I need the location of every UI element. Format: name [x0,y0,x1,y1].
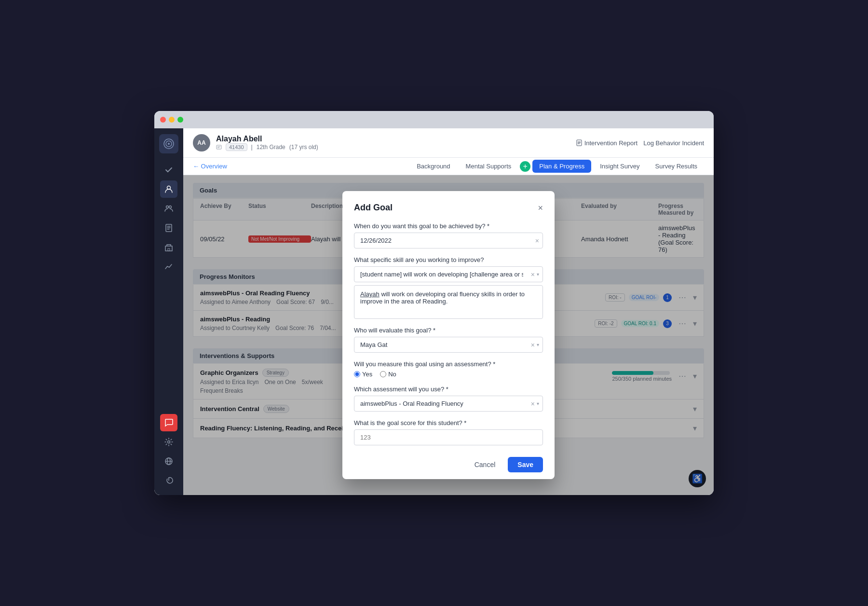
close-button[interactable] [160,117,166,123]
subnav: ← Overview Background Mental Supports + … [183,158,714,175]
goal-score-input[interactable] [354,429,543,445]
add-supports-button[interactable]: + [520,161,530,172]
assessment-form-group: Will you measure this goal using an asse… [354,360,543,378]
save-button[interactable]: Save [508,457,543,472]
assessment-no-radio[interactable] [380,371,386,377]
skill-label: What specific skill are you working to i… [354,256,543,263]
date-input-wrapper: × [354,233,543,248]
svg-point-2 [168,143,170,145]
skill-text-preview: Alayah will work on developing oral flue… [354,285,543,319]
which-assessment-clear-button[interactable]: × [531,400,535,408]
student-grade: | [251,144,253,151]
log-behavior-button[interactable]: Log Behavior Incident [643,139,704,147]
sidebar-item-building[interactable] [160,238,177,256]
svg-point-12 [168,441,170,443]
assessment-yes-label[interactable]: Yes [354,371,372,378]
content-area: Goals Achieve By Status Description Eval… [183,175,714,495]
sidebar-item-document[interactable] [160,219,177,236]
sidebar-item-settings[interactable] [160,433,177,451]
student-grade-text: 12th Grade [257,144,285,151]
svg-point-4 [166,206,169,208]
id-icon [216,144,222,150]
skill-form-group: What specific skill are you working to i… [354,256,543,319]
tab-mental-supports[interactable]: Mental Supports [459,160,518,173]
svg-rect-16 [217,145,221,149]
evaluator-form-group: Who will evaluate this goal? * Maya Gat … [354,327,543,353]
sidebar-item-student[interactable] [160,180,177,198]
header: AA Alayah Abell 41430 | 12th Grade [183,128,714,158]
sidebar-item-power[interactable] [160,472,177,489]
skill-select[interactable]: [student name] will work on developing [… [354,266,543,282]
date-input[interactable] [354,233,543,248]
maximize-button[interactable] [177,117,183,123]
assessment-radio-group: Yes No [354,371,543,378]
sidebar-item-check[interactable] [160,161,177,179]
tab-plan-progress[interactable]: Plan & Progress [532,160,591,173]
evaluator-clear-button[interactable]: × [531,341,535,349]
modal-title: Add Goal [354,203,393,213]
date-form-group: When do you want this goal to be achieve… [354,222,543,248]
which-assessment-select-wrapper: aimswebPlus - Oral Reading Fluency × ▾ [354,396,543,412]
skill-text-student-name: Alayah [360,290,380,298]
sidebar-item-globe[interactable] [160,453,177,470]
assessment-no-text: No [388,371,396,378]
tab-background[interactable]: Background [410,160,457,173]
intervention-report-button[interactable]: Intervention Report [576,139,638,147]
student-meta: 41430 | 12th Grade (17 yrs old) [216,143,318,151]
sidebar-logo [159,134,178,153]
skill-clear-button[interactable]: × [531,271,535,278]
modal-close-button[interactable]: × [538,204,543,212]
sidebar-item-chat[interactable] [160,414,177,431]
avatar: AA [193,134,210,152]
main-area: AA Alayah Abell 41430 | 12th Grade [183,128,714,495]
date-label: When do you want this goal to be achieve… [354,222,543,230]
assessment-yes-radio[interactable] [354,371,360,377]
title-bar [154,111,714,128]
student-details: Alayah Abell 41430 | 12th Grade (17 yrs … [216,135,318,151]
breadcrumb: ← Overview [193,158,227,175]
tab-nav: Background Mental Supports + Plan & Prog… [410,160,704,173]
skill-select-wrapper: [student name] will work on developing [… [354,266,543,282]
add-goal-modal: Add Goal × When do you want this goal to… [342,191,555,479]
student-name: Alayah Abell [216,135,318,143]
assessment-no-label[interactable]: No [380,371,396,378]
screen-frame: AA Alayah Abell 41430 | 12th Grade [154,111,714,495]
tab-survey-results[interactable]: Survey Results [649,160,704,173]
evaluator-label: Who will evaluate this goal? * [354,327,543,334]
evaluator-select-wrapper: Maya Gat × ▾ [354,337,543,353]
which-assessment-label: Which assessment will you use? * [354,386,543,393]
sidebar [154,128,183,495]
date-clear-button[interactable]: × [535,237,539,245]
modal-header: Add Goal × [354,203,543,213]
overview-link[interactable]: ← Overview [193,163,227,170]
student-id: 41430 [226,143,247,151]
modal-footer: Cancel Save [354,457,543,472]
student-age: (17 yrs old) [289,144,318,151]
modal-overlay: Add Goal × When do you want this goal to… [183,175,714,495]
sidebar-item-group[interactable] [160,200,177,217]
skill-text-content: will work on developing oral fluency ski… [360,290,525,305]
cancel-button[interactable]: Cancel [467,457,503,472]
evaluator-select[interactable]: Maya Gat [354,337,543,353]
goal-score-form-group: What is the goal score for this student?… [354,419,543,445]
goal-score-label: What is the goal score for this student?… [354,419,543,427]
tab-insight-survey[interactable]: Insight Survey [593,160,646,173]
which-assessment-form-group: Which assessment will you use? * aimsweb… [354,386,543,412]
assessment-label: Will you measure this goal using an asse… [354,360,543,368]
header-actions: Intervention Report Log Behavior Inciden… [576,139,704,147]
which-assessment-select[interactable]: aimswebPlus - Oral Reading Fluency [354,396,543,412]
minimize-button[interactable] [169,117,175,123]
student-info: AA Alayah Abell 41430 | 12th Grade [193,134,318,152]
assessment-yes-text: Yes [362,371,372,378]
report-icon [576,139,583,146]
app-content: AA Alayah Abell 41430 | 12th Grade [154,128,714,495]
sidebar-item-chart[interactable] [160,258,177,275]
svg-point-5 [169,206,172,208]
